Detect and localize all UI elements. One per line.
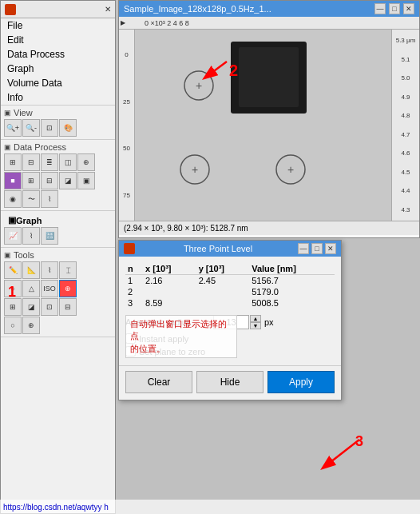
- dialog-restore-btn[interactable]: □: [311, 243, 323, 254]
- annotation-line1: 自动弹出窗口显示选择的点: [130, 318, 232, 343]
- cell-v2: 5179.0: [249, 286, 335, 297]
- cell-y2: [196, 286, 250, 297]
- close-icon[interactable]: ✕: [105, 5, 111, 14]
- radius-unit: px: [264, 317, 274, 327]
- svg-text:2: 2: [229, 62, 238, 79]
- tool-btn-9[interactable]: ⊞: [4, 298, 22, 316]
- image-title: Sample_Image_128x128p_0.5Hz_1...: [124, 4, 271, 14]
- dp-btn-12[interactable]: 〜: [22, 190, 40, 208]
- tools-section-label[interactable]: ▣ Tools: [4, 250, 112, 260]
- tool-btn-14[interactable]: ⊕: [22, 317, 40, 334]
- zoom-fit-btn[interactable]: ⊡: [41, 119, 58, 137]
- menu-graph[interactable]: Graph: [1, 62, 115, 76]
- dp-btn-9[interactable]: ◪: [59, 172, 77, 189]
- dp-btn-13[interactable]: ⌇: [41, 190, 58, 208]
- col-n: n: [125, 263, 143, 275]
- image-titlebar: Sample_Image_128x128p_0.5Hz_1... — □ ✕: [119, 1, 419, 17]
- dp-btn-3[interactable]: ≣: [41, 153, 58, 171]
- tools-section: ▣ Tools ✏️ 📐 ⌇ ⌶ ○ △ ISO ⊕ ⊞ ◪ ⊡ ⊟ ○ ⊕: [1, 248, 115, 337]
- spin-up-btn[interactable]: ▲: [250, 315, 261, 322]
- dialog-controls: — □ ✕: [298, 243, 336, 254]
- ruler-right-44: 4.4: [401, 187, 410, 194]
- dp-btn-6[interactable]: ■: [4, 172, 22, 189]
- tool-btn-8[interactable]: ⊕: [59, 280, 77, 297]
- url-bar: https://blog.csdn.net/aqwtyy h: [0, 500, 420, 514]
- dialog-buttons: Clear Hide Apply: [119, 365, 341, 400]
- annotation-line2: 的位置。: [130, 343, 232, 355]
- menu-info[interactable]: Info: [1, 90, 115, 105]
- dp-btn-4[interactable]: ◫: [59, 153, 77, 171]
- col-y: y [10³]: [196, 263, 250, 275]
- svg-rect-2: [239, 47, 299, 107]
- data-process-section: ▣ Data Process ⊞ ⊟ ≣ ◫ ⊕ ■ ⊞ ⊟ ◪ ▣ ◉ 〜 ⌇: [1, 140, 115, 211]
- color-btn[interactable]: 🎨: [59, 119, 77, 137]
- dialog-three-point-level: Three Point Level — □ ✕ n x [10³] y [10³…: [118, 240, 342, 400]
- menu-edit[interactable]: Edit: [1, 33, 115, 47]
- tool-btn-7[interactable]: ISO: [41, 280, 58, 297]
- menu-file[interactable]: File: [1, 18, 115, 33]
- graph-toolbar: 📈 ⌇ 🔠: [4, 227, 112, 245]
- dp-btn-8[interactable]: ⊟: [41, 172, 58, 189]
- apply-button[interactable]: Apply: [267, 371, 335, 393]
- image-main: 0 25 50 75 + + +: [119, 30, 419, 221]
- dialog-title: Three Point Level: [184, 244, 252, 253]
- ruler-right-45: 4.5: [401, 169, 410, 176]
- close-window-btn[interactable]: ✕: [403, 3, 414, 14]
- dp-btn-2[interactable]: ⊟: [22, 153, 40, 171]
- spin-down-btn[interactable]: ▼: [250, 322, 261, 329]
- zoom-out-btn[interactable]: 🔍-: [22, 119, 40, 137]
- cell-x2: [143, 286, 196, 297]
- hide-button[interactable]: Hide: [196, 371, 263, 393]
- spinbox-buttons: ▲ ▼: [250, 315, 261, 329]
- tool-btn-10[interactable]: ◪: [22, 298, 40, 316]
- col-x: x [10³]: [143, 263, 196, 275]
- svg-text:+: +: [287, 163, 294, 176]
- ruler-top: ▶ 0 ×10³ 2 4 6 8: [119, 17, 419, 30]
- dialog-body: n x [10³] y [10³] Value [nm] 1 2.16 2.45…: [119, 257, 341, 365]
- view-section-label[interactable]: ▣ View: [4, 108, 112, 118]
- dp-btn-5[interactable]: ⊕: [77, 153, 95, 171]
- data-process-section-label[interactable]: ▣ Data Process: [4, 142, 112, 152]
- cell-v3: 5008.5: [249, 297, 335, 309]
- collapse-icon-3: ▣: [8, 215, 16, 225]
- menu-data-process[interactable]: Data Process: [1, 47, 115, 62]
- graph-section: ▣ Graph 📈 ⌇ 🔠: [1, 211, 115, 248]
- graph-btn-1[interactable]: 📈: [4, 227, 22, 245]
- data-process-toolbar-3: ◉ 〜 ⌇: [4, 190, 112, 208]
- tool-btn-13[interactable]: ○: [4, 317, 22, 334]
- maximize-btn[interactable]: □: [389, 3, 400, 14]
- image-canvas[interactable]: + + + 2: [135, 30, 391, 221]
- graph-section-label[interactable]: ▣ Graph: [4, 213, 112, 227]
- table-row: 2 5179.0: [125, 286, 335, 297]
- table-row: 3 8.59 5008.5: [125, 297, 335, 309]
- tool-btn-11[interactable]: ⊡: [41, 298, 58, 316]
- dialog-minimize-btn[interactable]: —: [298, 243, 309, 254]
- ruler-right: 5.3 μm 5.1 5.0 4.9 4.8 4.7 4.6 4.5 4.4 4…: [391, 30, 419, 221]
- graph-btn-2[interactable]: ⌇: [22, 227, 40, 245]
- tool-btn-1[interactable]: ✏️: [4, 261, 22, 279]
- app-icon: [5, 4, 16, 15]
- minimize-btn[interactable]: —: [374, 3, 386, 14]
- dp-btn-10[interactable]: ▣: [77, 172, 95, 189]
- cell-v1: 5156.7: [249, 275, 335, 287]
- app-menu: File Edit Data Process Graph Volume Data…: [1, 18, 115, 106]
- dp-btn-1[interactable]: ⊞: [4, 153, 22, 171]
- tool-btn-12[interactable]: ⊟: [59, 298, 77, 316]
- zoom-in-btn[interactable]: 🔍+: [4, 119, 22, 137]
- tool-btn-3[interactable]: ⌇: [41, 261, 58, 279]
- dialog-close-btn[interactable]: ✕: [325, 243, 336, 254]
- table-row: 1 2.16 2.45 5156.7: [125, 275, 335, 287]
- menu-volume-data[interactable]: Volume Data: [1, 76, 115, 90]
- tool-btn-2[interactable]: 📐: [22, 261, 40, 279]
- ruler-right-51: 5.1: [401, 56, 410, 63]
- clear-button[interactable]: Clear: [125, 371, 192, 393]
- graph-btn-3[interactable]: 🔠: [41, 227, 58, 245]
- tool-btn-6[interactable]: △: [22, 280, 40, 297]
- image-svg: + + + 2: [135, 30, 391, 221]
- svg-text:+: +: [196, 79, 202, 92]
- dp-btn-7[interactable]: ⊞: [22, 172, 40, 189]
- tool-btn-4[interactable]: ⌶: [59, 261, 77, 279]
- ruler-right-48: 4.8: [401, 112, 410, 119]
- ruler-top-labels: 0 ×10³ 2 4 6 8: [145, 19, 189, 27]
- dp-btn-11[interactable]: ◉: [4, 190, 22, 208]
